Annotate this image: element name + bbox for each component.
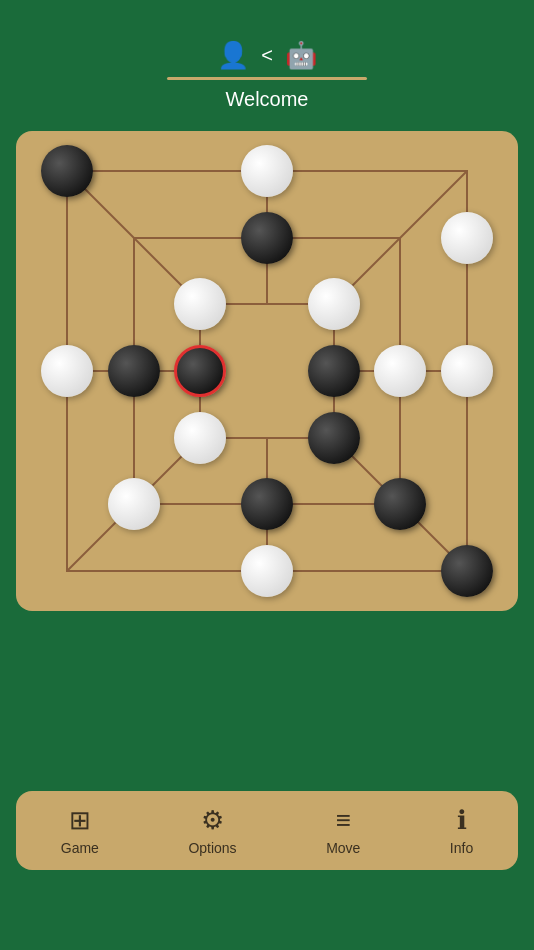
piece-17[interactable]	[241, 545, 293, 597]
toolbar-game[interactable]: ⊞ Game	[61, 805, 99, 856]
game-label: Game	[61, 840, 99, 856]
toolbar-info[interactable]: ℹ Info	[450, 805, 473, 856]
piece-4[interactable]	[174, 278, 226, 330]
piece-14[interactable]	[241, 478, 293, 530]
toolbar-options[interactable]: ⚙ Options	[188, 805, 236, 856]
piece-9[interactable]	[308, 345, 360, 397]
piece-12[interactable]	[174, 412, 226, 464]
info-icon: ℹ	[457, 805, 467, 836]
board[interactable]	[47, 151, 487, 591]
chevron-icon: <	[261, 44, 273, 67]
piece-18[interactable]	[441, 545, 493, 597]
piece-13[interactable]	[308, 412, 360, 464]
robot-icon: 🤖	[285, 40, 317, 71]
progress-bar	[167, 77, 367, 80]
piece-6[interactable]	[41, 345, 93, 397]
piece-5[interactable]	[308, 278, 360, 330]
move-label: Move	[326, 840, 360, 856]
piece-1[interactable]	[241, 145, 293, 197]
piece-8[interactable]	[174, 345, 226, 397]
options-icon: ⚙	[201, 805, 224, 836]
welcome-text: Welcome	[226, 88, 309, 111]
piece-7[interactable]	[108, 345, 160, 397]
board-container	[16, 131, 518, 611]
info-label: Info	[450, 840, 473, 856]
toolbar: ⊞ Game ⚙ Options ≡ Move ℹ Info	[16, 791, 518, 870]
piece-10[interactable]	[374, 345, 426, 397]
piece-0[interactable]	[41, 145, 93, 197]
piece-15[interactable]	[108, 478, 160, 530]
move-icon: ≡	[336, 805, 351, 836]
header: 👤 < 🤖 Welcome	[0, 0, 534, 121]
toolbar-move[interactable]: ≡ Move	[326, 805, 360, 856]
player-icon: 👤	[217, 40, 249, 71]
player-row: 👤 < 🤖	[217, 40, 317, 71]
options-label: Options	[188, 840, 236, 856]
piece-2[interactable]	[241, 212, 293, 264]
game-icon: ⊞	[69, 805, 91, 836]
piece-3[interactable]	[441, 212, 493, 264]
piece-16[interactable]	[374, 478, 426, 530]
piece-11[interactable]	[441, 345, 493, 397]
